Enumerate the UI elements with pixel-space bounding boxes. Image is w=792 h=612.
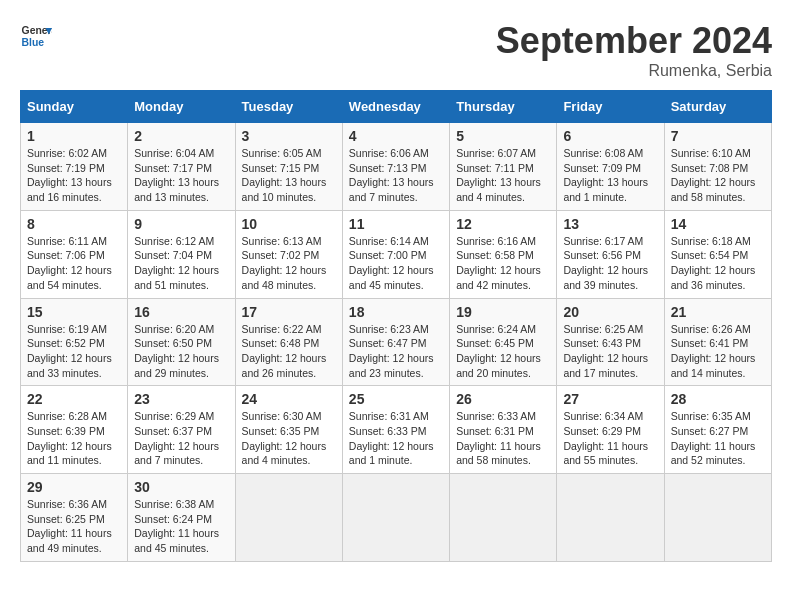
calendar-cell: 2Sunrise: 6:04 AM Sunset: 7:17 PM Daylig… — [128, 123, 235, 211]
day-number: 19 — [456, 304, 550, 320]
day-number: 22 — [27, 391, 121, 407]
calendar-cell: 4Sunrise: 6:06 AM Sunset: 7:13 PM Daylig… — [342, 123, 449, 211]
day-info: Sunrise: 6:04 AM Sunset: 7:17 PM Dayligh… — [134, 146, 228, 205]
calendar-cell: 3Sunrise: 6:05 AM Sunset: 7:15 PM Daylig… — [235, 123, 342, 211]
day-info: Sunrise: 6:28 AM Sunset: 6:39 PM Dayligh… — [27, 409, 121, 468]
calendar-cell: 28Sunrise: 6:35 AM Sunset: 6:27 PM Dayli… — [664, 386, 771, 474]
calendar-week-4: 22Sunrise: 6:28 AM Sunset: 6:39 PM Dayli… — [21, 386, 772, 474]
day-number: 12 — [456, 216, 550, 232]
day-info: Sunrise: 6:34 AM Sunset: 6:29 PM Dayligh… — [563, 409, 657, 468]
calendar-table: SundayMondayTuesdayWednesdayThursdayFrid… — [20, 90, 772, 562]
day-info: Sunrise: 6:31 AM Sunset: 6:33 PM Dayligh… — [349, 409, 443, 468]
calendar-cell: 8Sunrise: 6:11 AM Sunset: 7:06 PM Daylig… — [21, 210, 128, 298]
calendar-cell: 24Sunrise: 6:30 AM Sunset: 6:35 PM Dayli… — [235, 386, 342, 474]
day-info: Sunrise: 6:14 AM Sunset: 7:00 PM Dayligh… — [349, 234, 443, 293]
calendar-cell: 20Sunrise: 6:25 AM Sunset: 6:43 PM Dayli… — [557, 298, 664, 386]
day-number: 16 — [134, 304, 228, 320]
day-number: 8 — [27, 216, 121, 232]
day-info: Sunrise: 6:19 AM Sunset: 6:52 PM Dayligh… — [27, 322, 121, 381]
day-info: Sunrise: 6:30 AM Sunset: 6:35 PM Dayligh… — [242, 409, 336, 468]
header-friday: Friday — [557, 91, 664, 123]
day-info: Sunrise: 6:11 AM Sunset: 7:06 PM Dayligh… — [27, 234, 121, 293]
header-saturday: Saturday — [664, 91, 771, 123]
day-info: Sunrise: 6:23 AM Sunset: 6:47 PM Dayligh… — [349, 322, 443, 381]
day-number: 11 — [349, 216, 443, 232]
calendar-week-1: 1Sunrise: 6:02 AM Sunset: 7:19 PM Daylig… — [21, 123, 772, 211]
calendar-cell — [450, 474, 557, 562]
page-header: General Blue September 2024 Rumenka, Ser… — [20, 20, 772, 80]
day-info: Sunrise: 6:38 AM Sunset: 6:24 PM Dayligh… — [134, 497, 228, 556]
day-number: 28 — [671, 391, 765, 407]
day-info: Sunrise: 6:17 AM Sunset: 6:56 PM Dayligh… — [563, 234, 657, 293]
header-thursday: Thursday — [450, 91, 557, 123]
calendar-cell: 6Sunrise: 6:08 AM Sunset: 7:09 PM Daylig… — [557, 123, 664, 211]
day-number: 17 — [242, 304, 336, 320]
calendar-cell: 13Sunrise: 6:17 AM Sunset: 6:56 PM Dayli… — [557, 210, 664, 298]
logo-icon: General Blue — [20, 20, 52, 52]
day-number: 25 — [349, 391, 443, 407]
day-number: 3 — [242, 128, 336, 144]
header-wednesday: Wednesday — [342, 91, 449, 123]
subtitle: Rumenka, Serbia — [496, 62, 772, 80]
calendar-header-row: SundayMondayTuesdayWednesdayThursdayFrid… — [21, 91, 772, 123]
calendar-cell — [557, 474, 664, 562]
day-info: Sunrise: 6:12 AM Sunset: 7:04 PM Dayligh… — [134, 234, 228, 293]
header-monday: Monday — [128, 91, 235, 123]
calendar-week-2: 8Sunrise: 6:11 AM Sunset: 7:06 PM Daylig… — [21, 210, 772, 298]
logo: General Blue — [20, 20, 52, 52]
day-number: 10 — [242, 216, 336, 232]
day-number: 9 — [134, 216, 228, 232]
calendar-cell: 23Sunrise: 6:29 AM Sunset: 6:37 PM Dayli… — [128, 386, 235, 474]
day-info: Sunrise: 6:08 AM Sunset: 7:09 PM Dayligh… — [563, 146, 657, 205]
calendar-cell: 11Sunrise: 6:14 AM Sunset: 7:00 PM Dayli… — [342, 210, 449, 298]
day-info: Sunrise: 6:36 AM Sunset: 6:25 PM Dayligh… — [27, 497, 121, 556]
day-info: Sunrise: 6:05 AM Sunset: 7:15 PM Dayligh… — [242, 146, 336, 205]
calendar-cell: 29Sunrise: 6:36 AM Sunset: 6:25 PM Dayli… — [21, 474, 128, 562]
calendar-cell: 16Sunrise: 6:20 AM Sunset: 6:50 PM Dayli… — [128, 298, 235, 386]
day-info: Sunrise: 6:26 AM Sunset: 6:41 PM Dayligh… — [671, 322, 765, 381]
calendar-cell: 19Sunrise: 6:24 AM Sunset: 6:45 PM Dayli… — [450, 298, 557, 386]
day-number: 7 — [671, 128, 765, 144]
calendar-week-5: 29Sunrise: 6:36 AM Sunset: 6:25 PM Dayli… — [21, 474, 772, 562]
calendar-cell: 7Sunrise: 6:10 AM Sunset: 7:08 PM Daylig… — [664, 123, 771, 211]
day-number: 27 — [563, 391, 657, 407]
calendar-cell: 9Sunrise: 6:12 AM Sunset: 7:04 PM Daylig… — [128, 210, 235, 298]
day-info: Sunrise: 6:16 AM Sunset: 6:58 PM Dayligh… — [456, 234, 550, 293]
day-number: 30 — [134, 479, 228, 495]
calendar-cell: 21Sunrise: 6:26 AM Sunset: 6:41 PM Dayli… — [664, 298, 771, 386]
calendar-cell: 1Sunrise: 6:02 AM Sunset: 7:19 PM Daylig… — [21, 123, 128, 211]
day-number: 4 — [349, 128, 443, 144]
day-info: Sunrise: 6:24 AM Sunset: 6:45 PM Dayligh… — [456, 322, 550, 381]
calendar-cell: 14Sunrise: 6:18 AM Sunset: 6:54 PM Dayli… — [664, 210, 771, 298]
calendar-cell: 30Sunrise: 6:38 AM Sunset: 6:24 PM Dayli… — [128, 474, 235, 562]
calendar-cell — [235, 474, 342, 562]
day-number: 13 — [563, 216, 657, 232]
day-info: Sunrise: 6:07 AM Sunset: 7:11 PM Dayligh… — [456, 146, 550, 205]
day-info: Sunrise: 6:22 AM Sunset: 6:48 PM Dayligh… — [242, 322, 336, 381]
calendar-week-3: 15Sunrise: 6:19 AM Sunset: 6:52 PM Dayli… — [21, 298, 772, 386]
calendar-cell: 26Sunrise: 6:33 AM Sunset: 6:31 PM Dayli… — [450, 386, 557, 474]
day-info: Sunrise: 6:35 AM Sunset: 6:27 PM Dayligh… — [671, 409, 765, 468]
calendar-cell: 18Sunrise: 6:23 AM Sunset: 6:47 PM Dayli… — [342, 298, 449, 386]
day-number: 15 — [27, 304, 121, 320]
svg-text:Blue: Blue — [22, 37, 45, 48]
day-number: 23 — [134, 391, 228, 407]
day-info: Sunrise: 6:02 AM Sunset: 7:19 PM Dayligh… — [27, 146, 121, 205]
day-number: 29 — [27, 479, 121, 495]
calendar-cell: 22Sunrise: 6:28 AM Sunset: 6:39 PM Dayli… — [21, 386, 128, 474]
day-number: 20 — [563, 304, 657, 320]
day-number: 14 — [671, 216, 765, 232]
day-number: 6 — [563, 128, 657, 144]
calendar-cell: 25Sunrise: 6:31 AM Sunset: 6:33 PM Dayli… — [342, 386, 449, 474]
day-number: 24 — [242, 391, 336, 407]
day-info: Sunrise: 6:18 AM Sunset: 6:54 PM Dayligh… — [671, 234, 765, 293]
day-number: 21 — [671, 304, 765, 320]
calendar-cell — [664, 474, 771, 562]
day-info: Sunrise: 6:06 AM Sunset: 7:13 PM Dayligh… — [349, 146, 443, 205]
day-number: 26 — [456, 391, 550, 407]
day-number: 5 — [456, 128, 550, 144]
header-tuesday: Tuesday — [235, 91, 342, 123]
day-info: Sunrise: 6:13 AM Sunset: 7:02 PM Dayligh… — [242, 234, 336, 293]
header-sunday: Sunday — [21, 91, 128, 123]
day-number: 2 — [134, 128, 228, 144]
